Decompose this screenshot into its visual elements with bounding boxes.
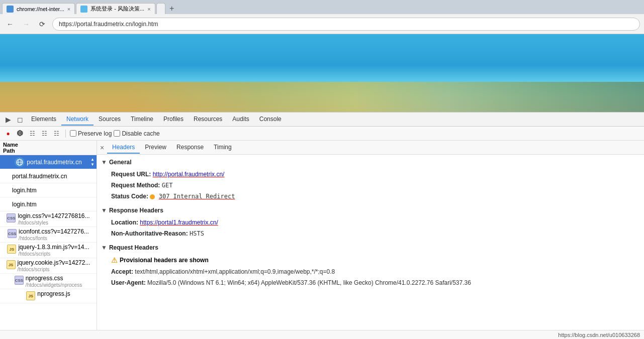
headers-content: ▼ General Request URL: http://portal.fra… — [97, 155, 644, 293]
file-name: login.css?v=1427276816... — [18, 212, 89, 219]
tab-favicon-net — [7, 6, 14, 13]
request-toggle-icon: ▼ — [101, 244, 107, 251]
file-path: /htdocs/widgets/nprocess — [26, 282, 82, 288]
preserve-log-checkbox[interactable] — [70, 130, 76, 137]
request-url-label: Request URL: — [111, 171, 151, 178]
page-blur — [0, 82, 644, 112]
status-code-label: Status Code: — [111, 193, 148, 200]
response-headers-section-body: Location: https://portal1.fraudmetrix.cn… — [97, 216, 644, 242]
disable-cache-text: Disable cache — [122, 130, 159, 137]
tab-network[interactable]: Network — [61, 114, 94, 126]
status-dot — [150, 194, 155, 199]
tab-close-sys[interactable]: × — [147, 6, 150, 12]
request-url-row: Request URL: http://portal.fraudmetrix.c… — [109, 169, 644, 180]
list-item[interactable]: portal.fraudmetrix.cn — [0, 169, 97, 183]
close-headers-button[interactable]: × — [97, 143, 107, 153]
tab-close-net[interactable]: × — [67, 6, 70, 12]
url-bar[interactable] — [52, 18, 640, 31]
js-icon: JS — [7, 260, 16, 269]
accept-row: Accept: text/html,application/xhtml+xml,… — [109, 266, 644, 277]
general-toggle-icon: ▼ — [101, 159, 107, 166]
tab-response[interactable]: Response — [171, 142, 209, 154]
tab-preview[interactable]: Preview — [140, 142, 171, 154]
tab-sources[interactable]: Sources — [94, 114, 126, 126]
view-button[interactable]: ☷ — [39, 129, 49, 139]
preserve-log-label[interactable]: Preserve log — [70, 130, 112, 137]
group-button[interactable]: ☷ — [51, 129, 61, 139]
tab-console[interactable]: Console — [254, 114, 287, 126]
list-item[interactable]: CSS nprogress.css /htdocs/widgets/nproce… — [0, 274, 97, 289]
response-headers-section-header[interactable]: ▼ Response Headers — [97, 205, 644, 216]
accept-value: text/html,application/xhtml+xml,applicat… — [135, 268, 335, 275]
general-section-body: Request URL: http://portal.fraudmetrix.c… — [97, 168, 644, 205]
devtools-tabbar: ▶ ◻ Elements Network Sources Timeline Pr… — [0, 112, 644, 127]
status-bar: https://blog.csdn.net/u010633268 — [0, 330, 644, 339]
devtools-body: Name Path portal.fraudmetrix.cn — [0, 141, 644, 330]
page-content — [0, 34, 644, 112]
headers-panel: × Headers Preview Response Timing ▼ Gene… — [97, 141, 644, 330]
location-row: Location: https://portal1.fraudmetrix.cn… — [109, 217, 644, 228]
file-name: iconfont.css?v=1427276... — [19, 228, 89, 235]
new-tab-button[interactable]: + — [166, 3, 177, 14]
devtools-mobile-icon[interactable]: ◻ — [14, 114, 26, 126]
col-name: Name — [3, 142, 94, 148]
file-name: login.htm — [12, 187, 95, 194]
record-button[interactable]: ● — [3, 129, 13, 139]
tab-resources[interactable]: Resources — [189, 114, 227, 126]
tab-profiles[interactable]: Profiles — [158, 114, 189, 126]
file-path: /htdocs/scripts — [18, 267, 90, 272]
js-icon: JS — [7, 245, 16, 254]
clear-button[interactable]: ⓿ — [15, 129, 25, 139]
user-agent-label: User-Agent: — [111, 279, 146, 286]
request-url-value: http://portal.fraudmetrix.cn/ — [153, 171, 225, 178]
css-icon: CSS — [15, 276, 24, 285]
location-value: https://portal1.fraudmetrix.cn/ — [140, 219, 218, 226]
nav-bar: ← → ⟳ — [0, 14, 644, 34]
devtools: ▶ ◻ Elements Network Sources Timeline Pr… — [0, 112, 644, 339]
file-list: portal.fraudmetrix.cn ▲ ▼ portal.fraudme… — [0, 155, 97, 330]
tab-elements[interactable]: Elements — [26, 114, 61, 126]
file-list-panel: Name Path portal.fraudmetrix.cn — [0, 141, 97, 330]
location-label: Location: — [111, 219, 138, 226]
devtools-inspect-icon[interactable]: ▶ — [2, 114, 14, 126]
tab-headers[interactable]: Headers — [107, 142, 140, 154]
file-name: portal.fraudmetrix.cn — [12, 173, 95, 180]
warning-icon: ⚠ — [111, 256, 118, 264]
tab-audits[interactable]: Audits — [227, 114, 254, 126]
file-name: jquery-1.8.3.min.js?v=14... — [18, 244, 89, 251]
list-item[interactable]: CSS iconfont.css?v=1427276... /htdocs/fo… — [0, 227, 97, 243]
request-method-label: Request Method: — [111, 182, 160, 189]
list-item[interactable]: CSS login.css?v=1427276816... /htdocs/st… — [0, 211, 97, 227]
headers-panel-tabs: × Headers Preview Response Timing — [97, 141, 644, 155]
list-item[interactable]: login.htm — [0, 183, 97, 197]
request-method-value: GET — [162, 182, 173, 189]
file-info: iconfont.css?v=1427276... /htdocs/fonts — [19, 228, 89, 241]
request-headers-section-header[interactable]: ▼ Request Headers — [97, 242, 644, 253]
back-button[interactable]: ← — [4, 18, 16, 30]
filter-button[interactable]: ☷ — [27, 129, 37, 139]
tab-net-inter[interactable]: chrome://net-inter... × — [2, 3, 75, 14]
file-name: login.htm — [12, 201, 95, 208]
forward-button[interactable]: → — [20, 18, 32, 30]
non-auth-row: Non-Authoritative-Reason: HSTS — [109, 228, 644, 239]
accept-label: Accept: — [111, 268, 133, 275]
tab-sys-login[interactable]: 系统登录 - 风险决策... × — [76, 3, 155, 14]
reload-button[interactable]: ⟳ — [36, 18, 48, 30]
disable-cache-checkbox[interactable] — [114, 130, 120, 137]
list-item[interactable]: JS jquery-1.8.3.min.js?v=14... /htdocs/s… — [0, 243, 97, 258]
request-headers-section-body: ⚠ Provisional headers are shown Accept: … — [97, 253, 644, 291]
user-agent-value: Mozilla/5.0 (Windows NT 6.1; Win64; x64)… — [147, 279, 471, 286]
user-agent-row: User-Agent: Mozilla/5.0 (Windows NT 6.1;… — [109, 277, 644, 288]
list-item[interactable]: JS jquery.cookie.js?v=14272... /htdocs/s… — [0, 258, 97, 274]
tab-empty[interactable] — [156, 3, 165, 14]
list-item[interactable]: login.htm — [0, 197, 97, 211]
tab-timing[interactable]: Timing — [209, 142, 237, 154]
list-item[interactable]: portal.fraudmetrix.cn ▲ ▼ — [0, 155, 97, 169]
css-icon: CSS — [8, 229, 17, 238]
list-item[interactable]: JS nprogress.js — [0, 289, 97, 303]
tab-timeline[interactable]: Timeline — [126, 114, 158, 126]
disable-cache-label[interactable]: Disable cache — [114, 130, 159, 137]
tab-favicon-sys — [80, 6, 87, 13]
general-section-header[interactable]: ▼ General — [97, 157, 644, 168]
status-url: https://blog.csdn.net/u010633268 — [558, 332, 640, 338]
